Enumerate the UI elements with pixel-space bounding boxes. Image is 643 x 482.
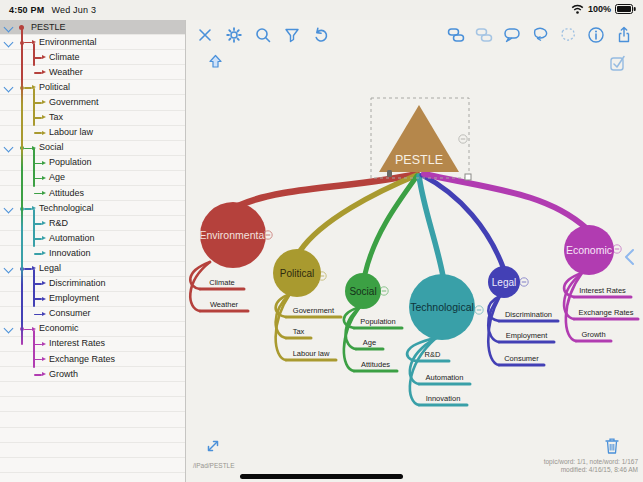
connector [24,148,32,150]
sidebar-row-r-d[interactable]: R&D [0,216,185,231]
chevron-down-icon[interactable] [4,82,14,92]
canvas[interactable]: ClimateWeatherGovernmentTaxLabour lawPop… [186,20,643,482]
sidebar-row-population[interactable]: Population [0,156,185,171]
connector [34,314,42,316]
sidebar-row-labour-law[interactable]: Labour law [0,126,185,141]
chevron-down-icon[interactable] [4,22,14,32]
connector-arrow [42,357,46,361]
sidebar-row-economic[interactable]: Economic [0,322,185,337]
boundary-icon[interactable] [559,26,577,44]
undo-icon[interactable] [312,26,330,44]
sidebar-row-technological[interactable]: Technological [0,201,185,216]
connector-arrow [42,55,46,59]
connector [34,117,42,119]
map-subtopic-employment[interactable]: Employment [506,331,549,340]
sidebar-row-interest-rates[interactable]: Interest Rates [0,337,185,352]
clock: 4:50 PMWed Jun 3 [9,5,96,15]
search-icon[interactable] [254,26,272,44]
map-subtopic-government[interactable]: Government [293,306,335,315]
map-subtopic-weather[interactable]: Weather [210,300,239,309]
map-subtopic-consumer[interactable]: Consumer [504,354,539,363]
sidebar-row-innovation[interactable]: Innovation [0,246,185,261]
chevron-down-icon[interactable] [4,143,14,153]
connector-arrow [42,131,46,135]
callout-link-icon[interactable] [531,26,549,44]
sidebar-row-environmental[interactable]: Environmental [0,35,185,50]
sidebar-row-government[interactable]: Government [0,95,185,110]
up-arrow-icon[interactable] [207,53,224,70]
home-indicator[interactable] [240,474,403,479]
callout-icon[interactable] [503,26,521,44]
toolbar-left [196,26,330,44]
map-node-label: Legal [492,277,516,288]
sidebar-row-consumer[interactable]: Consumer [0,307,185,322]
map-subtopic-age[interactable]: Age [363,338,376,347]
map-subtopic-growth[interactable]: Growth [581,330,605,339]
close-icon[interactable] [196,26,214,44]
chevron-down-icon[interactable] [4,203,14,213]
topic-shapes-alt-icon[interactable] [475,26,493,44]
connector [34,178,42,180]
sidebar-row-growth[interactable]: Growth [0,367,185,382]
map-subtopic-automation[interactable]: Automation [426,373,464,382]
map-subtopic-innovation[interactable]: Innovation [426,394,461,403]
filter-icon[interactable] [283,26,301,44]
connector [24,208,32,210]
info-icon[interactable] [587,26,605,44]
task-checkbox-icon[interactable] [609,54,627,72]
map-subtopic-r-d[interactable]: R&D [425,350,441,359]
panel-chevron-left-icon[interactable] [623,248,635,266]
trash-icon[interactable] [603,436,621,455]
branch-curve-environmental [238,174,417,206]
connector-arrow [42,100,46,104]
sidebar-row-label: Automation [49,233,95,243]
chevron-down-icon[interactable] [4,37,14,47]
sidebar-row-exchange-rates[interactable]: Exchange Rates [0,352,185,367]
map-node-label: Economic [566,244,612,256]
mind-map[interactable]: ClimateWeatherGovernmentTaxLabour lawPop… [186,20,643,482]
gear-icon[interactable] [225,26,243,44]
collapse-icon[interactable] [520,278,528,286]
map-subtopic-exchange-rates[interactable]: Exchange Rates [578,308,633,317]
sidebar-row-political[interactable]: Political [0,80,185,95]
sidebar-row-label: Legal [39,263,61,273]
sidebar-row-automation[interactable]: Automation [0,231,185,246]
collapse-icon[interactable] [380,287,388,295]
resize-handle[interactable] [465,174,471,180]
chevron-down-icon[interactable] [4,324,14,334]
map-subtopic-tax[interactable]: Tax [293,327,305,336]
sidebar-row-label: Population [49,157,92,167]
outline-trunk [21,28,23,345]
share-icon[interactable] [615,26,633,44]
map-subtopic-discrimination[interactable]: Discrimination [505,310,552,319]
drag-handle[interactable] [387,170,392,177]
expand-icon[interactable] [204,437,222,455]
sidebar-row-climate[interactable]: Climate [0,50,185,65]
sidebar-row-pestle[interactable]: PESTLE [0,20,185,35]
connector [34,193,42,195]
sidebar-row-social[interactable]: Social [0,141,185,156]
collapse-icon[interactable] [475,306,483,314]
map-subtopic-interest-rates[interactable]: Interest Rates [579,286,626,295]
sidebar-row-attitudes[interactable]: Attitudes [0,186,185,201]
wifi-icon [571,4,584,14]
chevron-down-icon[interactable] [4,264,14,274]
connector [34,359,42,361]
sidebar-row-label: Labour law [49,127,93,137]
topic-shapes-icon[interactable] [447,26,465,44]
map-subtopic-climate[interactable]: Climate [209,278,234,287]
map-subtopic-population[interactable]: Population [360,317,395,326]
map-node-label: Social [349,286,376,297]
collapse-icon[interactable] [613,245,621,253]
stats-line-2: modified: 4/16/15, 8:46 AM [544,466,638,474]
sidebar-empty-row [0,397,185,412]
sidebar-row-age[interactable]: Age [0,171,185,186]
map-subtopic-attitudes[interactable]: Attitudes [361,360,390,369]
sidebar-row-discrimination[interactable]: Discrimination [0,277,185,292]
map-subtopic-labour-law[interactable]: Labour law [293,349,330,358]
sidebar-row-tax[interactable]: Tax [0,111,185,126]
sidebar-row-legal[interactable]: Legal [0,262,185,277]
sidebar-row-employment[interactable]: Employment [0,292,185,307]
collapse-icon[interactable] [459,135,467,143]
sidebar-row-weather[interactable]: Weather [0,65,185,80]
